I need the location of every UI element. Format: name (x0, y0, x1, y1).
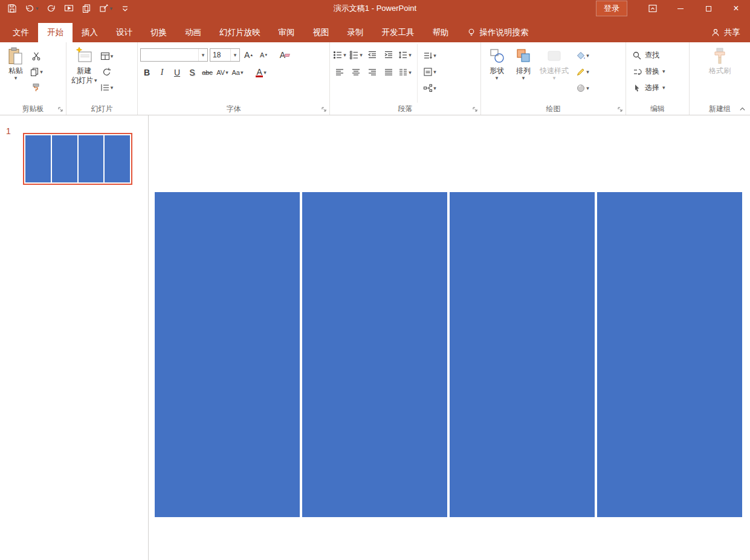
font-name-dropdown-arrow[interactable] (198, 49, 207, 61)
strikethrough-button[interactable]: abc (201, 66, 214, 79)
tab-slideshow[interactable]: 幻灯片放映 (210, 23, 270, 42)
font-dialog-launcher[interactable] (320, 105, 328, 113)
arrange-button[interactable]: 排列 (510, 44, 537, 103)
slide-thumbnail[interactable] (23, 133, 132, 185)
tell-me-search[interactable]: 操作说明搜索 (467, 23, 529, 42)
bold-button[interactable]: B (140, 66, 154, 79)
slide-canvas[interactable] (149, 115, 750, 560)
reset-slide-button[interactable] (100, 65, 114, 79)
paste-button[interactable]: 粘贴 (2, 44, 29, 103)
increase-indent-button[interactable] (381, 48, 396, 62)
save-button[interactable] (7, 4, 17, 13)
minimize-button[interactable] (667, 0, 694, 17)
copy-icon (82, 4, 91, 13)
justify-button[interactable] (381, 66, 396, 79)
slide-column-shape[interactable] (302, 192, 447, 517)
minimize-icon (677, 8, 684, 9)
convert-to-smartart-button[interactable] (422, 82, 437, 95)
text-direction-button[interactable] (422, 49, 437, 62)
start-slideshow-button[interactable] (64, 4, 74, 13)
slide-column-shape[interactable] (155, 192, 300, 517)
text-shadow-button[interactable]: S (186, 66, 199, 79)
tab-file[interactable]: 文件 (4, 23, 38, 42)
tab-design[interactable]: 设计 (107, 23, 141, 42)
slide-column-shape[interactable] (450, 192, 595, 517)
slide-column-shape[interactable] (597, 192, 742, 517)
dropdown-caret-icon (522, 76, 525, 80)
tab-help[interactable]: 帮助 (424, 23, 458, 42)
font-size-combo[interactable]: 18 (210, 48, 240, 62)
character-spacing-letters: AV (216, 69, 225, 76)
change-case-button[interactable]: Aa (231, 66, 244, 79)
tab-home[interactable]: 开始 (38, 23, 73, 42)
shrink-font-button[interactable]: A (257, 48, 270, 62)
quick-styles-button[interactable]: 快速样式 (537, 44, 572, 103)
line-spacing-button[interactable] (398, 48, 412, 62)
tab-developer[interactable]: 开发工具 (373, 23, 424, 42)
shapes-button[interactable]: 形状 (483, 44, 510, 103)
drawing-dialog-launcher[interactable] (616, 105, 624, 113)
copy-button[interactable] (29, 65, 44, 79)
redo-button[interactable] (47, 4, 56, 13)
italic-button[interactable]: I (155, 66, 169, 79)
format-painter-big-button[interactable]: 格式刷 (706, 44, 733, 103)
draw-shape-button[interactable] (99, 4, 113, 13)
tab-view[interactable]: 视图 (304, 23, 338, 42)
replace-button[interactable]: 替换 (629, 64, 687, 79)
undo-button[interactable] (25, 4, 39, 13)
shape-fill-button[interactable] (575, 49, 590, 62)
align-right-button[interactable] (365, 66, 380, 79)
tab-transitions[interactable]: 切换 (141, 23, 176, 42)
customize-qat-button[interactable] (120, 4, 130, 13)
clear-formatting-button[interactable]: A (278, 48, 291, 62)
paragraph-dialog-launcher[interactable] (471, 105, 479, 113)
font-size-dropdown-arrow[interactable] (230, 49, 239, 61)
share-button[interactable]: 共享 (711, 23, 740, 42)
lightbulb-icon (467, 28, 476, 37)
copy-button-qat[interactable] (82, 4, 91, 13)
font-color-icon: A (256, 68, 263, 77)
decrease-indent-button[interactable] (365, 48, 380, 62)
character-spacing-button[interactable]: AV (216, 66, 229, 79)
section-button[interactable] (100, 81, 114, 94)
close-button[interactable] (722, 0, 750, 17)
maximize-button[interactable] (694, 0, 722, 17)
clipboard-dialog-launcher[interactable] (56, 105, 64, 113)
ribbon-display-options-button[interactable] (639, 0, 667, 17)
underline-button[interactable]: U (170, 66, 184, 79)
shape-outline-button[interactable] (575, 65, 590, 79)
align-left-button[interactable] (332, 66, 347, 79)
person-icon (711, 28, 720, 37)
dialog-launcher-icon (472, 106, 478, 112)
collapse-ribbon-button[interactable] (737, 105, 747, 113)
new-slide-button[interactable]: 新建 幻灯片 (69, 44, 100, 103)
shape-fill-icon (576, 51, 586, 60)
find-button[interactable]: 查找 (629, 48, 687, 63)
numbering-button[interactable] (349, 48, 363, 62)
format-painter-button[interactable] (29, 81, 44, 94)
find-label: 查找 (645, 50, 659, 60)
tab-review[interactable]: 审阅 (270, 23, 304, 42)
tab-animations[interactable]: 动画 (176, 23, 210, 42)
dropdown-caret-icon (111, 86, 114, 90)
align-center-button[interactable] (349, 66, 363, 79)
slide-layout-button[interactable] (100, 50, 114, 63)
cut-button[interactable] (29, 50, 44, 63)
font-name-combo[interactable] (140, 48, 208, 62)
sign-in-button[interactable]: 登录 (596, 1, 627, 16)
dropdown-caret-icon (433, 86, 436, 91)
font-color-letter: A (257, 68, 262, 76)
columns-button[interactable] (398, 66, 412, 79)
dropdown-caret-icon (586, 54, 589, 58)
align-text-button[interactable] (422, 65, 437, 79)
tab-record[interactable]: 录制 (338, 23, 373, 42)
tab-insert[interactable]: 插入 (73, 23, 107, 42)
align-text-icon (423, 67, 433, 77)
shape-effects-button[interactable] (575, 82, 590, 95)
dropdown-caret-icon (225, 71, 228, 75)
select-button[interactable]: 选择 (629, 80, 687, 95)
font-color-button[interactable]: A (254, 66, 268, 79)
grow-font-button[interactable]: A (242, 48, 255, 62)
bullets-button[interactable] (332, 48, 347, 62)
tell-me-label: 操作说明搜索 (480, 27, 529, 38)
